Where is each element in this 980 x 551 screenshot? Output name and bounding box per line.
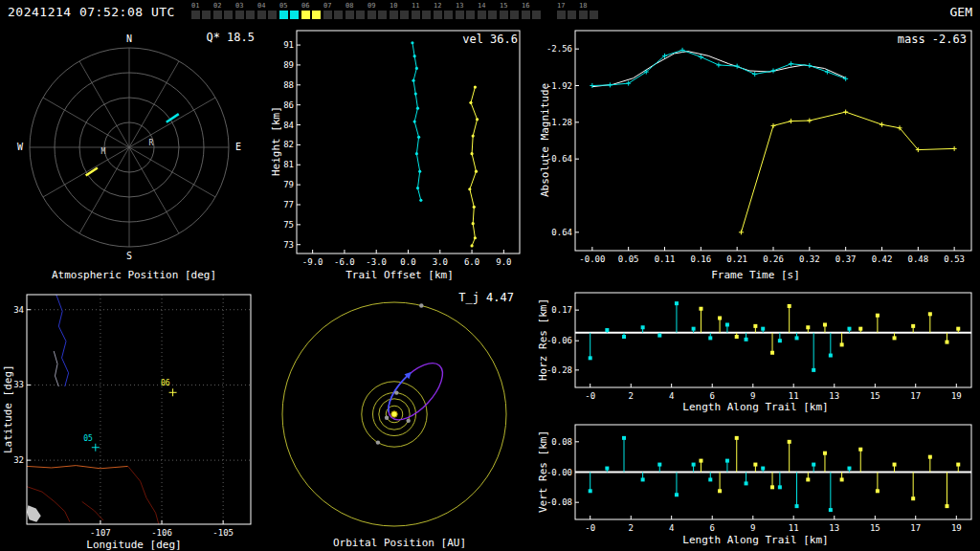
station-box[interactable]	[444, 11, 453, 19]
svg-text:0.48: 0.48	[907, 254, 928, 264]
svg-text:13: 13	[829, 391, 839, 401]
trail-offset-ylabel: Height [km]	[270, 106, 282, 176]
light-curve-xlabel: Frame Time [s]	[531, 269, 980, 281]
station-box[interactable]	[202, 11, 211, 19]
station-box[interactable]	[301, 11, 310, 19]
station-indicator-05[interactable]: 05	[279, 3, 301, 19]
svg-text:-3.0: -3.0	[366, 257, 387, 267]
station-box[interactable]	[390, 11, 398, 19]
station-box[interactable]	[279, 11, 288, 19]
station-number: 07	[323, 3, 345, 10]
horz-res-xlabel: Length Along Trail [km]	[531, 401, 980, 413]
station-box[interactable]	[312, 11, 321, 19]
station-indicator-18[interactable]: 18	[579, 3, 601, 19]
station-number: 05	[279, 3, 301, 10]
station-box[interactable]	[422, 11, 431, 19]
station-box[interactable]	[456, 11, 464, 19]
svg-text:32: 32	[13, 455, 24, 465]
light-curve-plot: -0.000.050.110.160.210.260.320.370.420.4…	[531, 25, 980, 283]
station-number: 15	[500, 3, 522, 10]
station-indicator-09[interactable]: 09	[368, 3, 390, 19]
station-box[interactable]	[434, 11, 442, 19]
station-indicator-16[interactable]: 16	[522, 3, 544, 19]
station-indicator-07[interactable]: 07	[323, 3, 345, 19]
svg-text:2: 2	[629, 391, 634, 401]
station-box[interactable]	[532, 11, 541, 19]
svg-text:0.08: 0.08	[551, 437, 572, 447]
station-number: 02	[213, 3, 235, 10]
station-box[interactable]	[224, 11, 233, 19]
station-indicator-11[interactable]: 11	[412, 3, 434, 19]
svg-text:9: 9	[750, 523, 755, 533]
station-indicator-06[interactable]: 06	[301, 3, 323, 19]
station-box[interactable]	[334, 11, 343, 19]
station-box[interactable]	[356, 11, 365, 19]
station-box[interactable]	[290, 11, 299, 19]
svg-text:84: 84	[283, 121, 294, 130]
station-indicator-01[interactable]: 01	[191, 3, 213, 19]
svg-text:88: 88	[283, 80, 294, 90]
map-ylabel: Latitude [deg]	[2, 364, 14, 453]
station-box[interactable]	[235, 11, 244, 19]
mass-value-label: mass -2.63	[898, 33, 967, 46]
station-indicator-13[interactable]: 13	[456, 3, 478, 19]
station-indicator-02[interactable]: 02	[213, 3, 235, 19]
station-box[interactable]	[412, 11, 420, 19]
svg-text:19: 19	[951, 523, 962, 533]
station-box[interactable]	[488, 11, 497, 19]
svg-text:-6.0: -6.0	[334, 257, 355, 267]
station-indicator-08[interactable]: 08	[345, 3, 368, 19]
svg-text:0.37: 0.37	[835, 254, 857, 264]
panel-orbital-position: T_j 4.47 Orbital Position [AU]	[268, 283, 531, 551]
station-box[interactable]	[500, 11, 508, 19]
station-indicator-12[interactable]: 12	[434, 3, 456, 19]
station-box[interactable]	[478, 11, 486, 19]
station-indicator-17[interactable]: 17	[557, 3, 579, 19]
station-box[interactable]	[345, 11, 354, 19]
top-bar: 20241214 07:52:08 UTC 010203040506070809…	[0, 0, 980, 25]
svg-text:0.16: 0.16	[690, 254, 711, 264]
station-number: 03	[235, 3, 257, 10]
station-box[interactable]	[590, 11, 598, 19]
svg-text:11: 11	[789, 391, 799, 401]
vert-res-xlabel: Length Along Trail [km]	[531, 534, 980, 546]
station-box[interactable]	[378, 11, 387, 19]
station-box[interactable]	[191, 11, 200, 19]
station-box[interactable]	[368, 11, 376, 19]
svg-text:-2.56: -2.56	[546, 44, 572, 54]
svg-text:E: E	[235, 142, 241, 152]
station-box[interactable]	[522, 11, 530, 19]
station-box[interactable]	[323, 11, 332, 19]
svg-text:15: 15	[870, 391, 880, 401]
station-box[interactable]	[579, 11, 588, 19]
station-indicator-04[interactable]: 04	[257, 3, 279, 19]
station-number: 01	[191, 3, 213, 10]
station-box[interactable]	[268, 11, 277, 19]
station-box[interactable]	[257, 11, 266, 19]
svg-text:0.05: 0.05	[618, 254, 639, 264]
station-number: 09	[368, 3, 390, 10]
station-box[interactable]	[246, 11, 255, 19]
svg-text:-9.0: -9.0	[302, 257, 323, 267]
station-indicator-15[interactable]: 15	[500, 3, 522, 19]
station-box[interactable]	[568, 11, 576, 19]
svg-text:77: 77	[283, 200, 294, 209]
svg-text:4: 4	[669, 523, 674, 533]
trail-offset-plot: -9.0-6.0-3.00.03.06.09.07375777981828486…	[268, 25, 531, 283]
svg-text:34: 34	[13, 305, 24, 315]
horz-res-plot: -0246911131517190.17-0.06-0.28	[531, 283, 980, 417]
station-indicator-10[interactable]: 10	[390, 3, 412, 19]
svg-text:M: M	[101, 147, 106, 156]
station-indicator-03[interactable]: 03	[235, 3, 257, 19]
station-indicator-14[interactable]: 14	[478, 3, 500, 19]
station-box[interactable]	[400, 11, 409, 19]
ground-map-plot: -107-106-1053233340506	[0, 283, 268, 551]
svg-text:89: 89	[283, 60, 294, 70]
station-box[interactable]	[557, 11, 566, 19]
station-number: 17	[557, 3, 579, 10]
station-box[interactable]	[213, 11, 222, 19]
station-box[interactable]	[466, 11, 475, 19]
svg-text:-105: -105	[212, 528, 234, 538]
svg-text:73: 73	[283, 240, 294, 250]
station-box[interactable]	[510, 11, 519, 19]
